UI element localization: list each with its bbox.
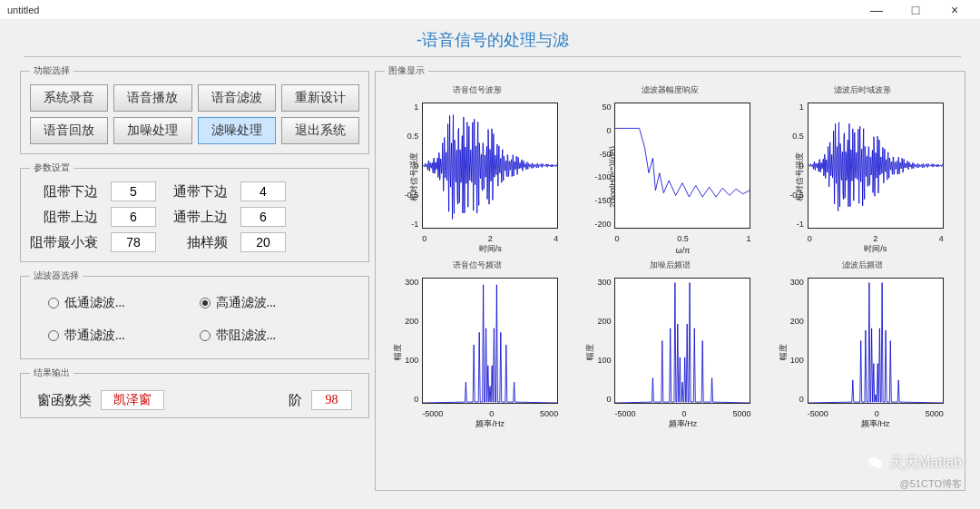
chart-title: 语音信号频谱 xyxy=(453,259,502,270)
window-func-field[interactable] xyxy=(101,390,164,410)
param-input[interactable] xyxy=(240,207,286,227)
radio-label: 带阻滤波... xyxy=(216,328,277,344)
chart-xlabel: ω/π xyxy=(614,246,750,255)
function-panel: 功能选择 系统录音语音播放语音滤波重新设计语音回放加噪处理滤噪处理退出系统 xyxy=(20,64,369,154)
page-title: -语音信号的处理与滤 xyxy=(24,29,961,57)
param-label: 阻带上边 xyxy=(30,209,98,226)
order-label: 阶 xyxy=(289,392,302,409)
chart-plot-area xyxy=(808,278,944,404)
chart-axes: 20log|H(eʲʷ)|(dB)500-50-100-150-20000.51… xyxy=(583,97,756,256)
chart-title: 滤波后时域波形 xyxy=(834,84,891,95)
order-field[interactable] xyxy=(311,390,352,410)
filter-radio-3[interactable]: 带阻滤波... xyxy=(200,328,342,344)
param-label: 阻带最小衰 xyxy=(30,234,98,251)
radio-label: 低通滤波... xyxy=(64,295,125,311)
chart-4: 加噪后频谱幅度3002001000-500005000频率/Hz xyxy=(577,259,762,431)
param-label: 抽样频 xyxy=(173,234,228,251)
chart-plot-area xyxy=(422,278,558,404)
chart-0: 语音信号波形相对信号强度10.50-0.5-1024时间/s xyxy=(385,84,570,256)
chart-xlabel: 频率/Hz xyxy=(614,418,750,430)
param-input[interactable] xyxy=(111,207,156,227)
param-label: 通带下边 xyxy=(173,183,228,201)
result-panel: 结果输出 窗函数类 阶 xyxy=(20,367,369,418)
chart-plot-area xyxy=(422,103,558,229)
param-input[interactable] xyxy=(240,232,286,252)
filter-panel: 滤波器选择 低通滤波...高通滤波...带通滤波...带阻滤波... xyxy=(20,269,369,359)
chart-yticks: 3002001000 xyxy=(777,278,806,404)
chart-xticks: -500005000 xyxy=(614,409,750,418)
chart-xlabel: 频率/Hz xyxy=(422,418,558,430)
func-button-0[interactable]: 系统录音 xyxy=(30,84,108,112)
param-panel: 参数设置 阻带下边通带下边阻带上边通带上边阻带最小衰抽样频 xyxy=(20,162,369,262)
filter-radio-2[interactable]: 带通滤波... xyxy=(48,328,191,344)
func-button-7[interactable]: 退出系统 xyxy=(281,117,359,144)
chart-yticks: 3002001000 xyxy=(391,278,420,404)
radio-label: 带通滤波... xyxy=(64,328,125,344)
param-input[interactable] xyxy=(240,181,286,201)
chart-title: 加噪后频谱 xyxy=(650,259,691,270)
chart-xticks: 024 xyxy=(808,234,944,243)
chart-xticks: 024 xyxy=(422,234,558,243)
chart-title: 语音信号波形 xyxy=(453,84,502,95)
radio-icon xyxy=(48,330,59,341)
function-panel-legend: 功能选择 xyxy=(30,64,74,77)
param-input[interactable] xyxy=(111,232,156,252)
param-label: 通带上边 xyxy=(173,209,228,226)
window-func-label: 窗函数类 xyxy=(37,392,92,409)
chart-axes: 幅度3002001000-500005000频率/Hz xyxy=(391,272,564,431)
chart-xlabel: 时间/s xyxy=(422,243,558,255)
window-titlebar: untitled — □ × xyxy=(0,0,980,20)
chart-yticks: 3002001000 xyxy=(583,278,612,404)
chart-1: 滤波器幅度响应20log|H(eʲʷ)|(dB)500-50-100-150-2… xyxy=(577,84,762,256)
chart-xticks: -500005000 xyxy=(422,409,558,418)
radio-label: 高通滤波... xyxy=(216,295,277,311)
param-input[interactable] xyxy=(111,181,156,201)
filter-radio-0[interactable]: 低通滤波... xyxy=(48,295,191,311)
close-icon[interactable]: × xyxy=(936,0,973,20)
chart-5: 滤波后频谱幅度3002001000-500005000频率/Hz xyxy=(770,259,956,431)
func-button-3[interactable]: 重新设计 xyxy=(281,84,359,112)
chart-plot-area xyxy=(808,103,944,229)
func-button-1[interactable]: 语音播放 xyxy=(113,84,191,112)
param-panel-legend: 参数设置 xyxy=(30,162,74,174)
chart-axes: 幅度3002001000-500005000频率/Hz xyxy=(777,272,949,431)
chart-title: 滤波器幅度响应 xyxy=(642,84,699,95)
chart-2: 滤波后时域波形相对信号强度10.50-0.5-1024时间/s xyxy=(770,84,956,256)
chart-plot-area xyxy=(614,103,750,229)
func-button-5[interactable]: 加噪处理 xyxy=(113,117,191,144)
window-controls: — □ × xyxy=(858,0,973,19)
chart-xticks: 00.51 xyxy=(614,234,750,243)
chart-axes: 相对信号强度10.50-0.5-1024时间/s xyxy=(391,97,564,256)
window-title: untitled xyxy=(7,0,39,19)
func-button-4[interactable]: 语音回放 xyxy=(30,117,108,144)
chart-yticks: 10.50-0.5-1 xyxy=(777,103,806,229)
chart-3: 语音信号频谱幅度3002001000-500005000频率/Hz xyxy=(385,259,570,431)
param-label: 阻带下边 xyxy=(30,183,98,201)
filter-radio-1[interactable]: 高通滤波... xyxy=(200,295,342,311)
func-button-2[interactable]: 语音滤波 xyxy=(198,84,276,112)
maximize-icon[interactable]: □ xyxy=(897,0,934,20)
chart-yticks: 10.50-0.5-1 xyxy=(391,103,420,229)
result-panel-legend: 结果输出 xyxy=(30,367,74,379)
func-button-6[interactable]: 滤噪处理 xyxy=(198,117,276,144)
chart-title: 滤波后频谱 xyxy=(842,259,883,270)
filter-panel-legend: 滤波器选择 xyxy=(30,269,83,282)
chart-plot-area xyxy=(614,278,750,404)
radio-icon xyxy=(200,330,211,341)
radio-icon xyxy=(48,298,59,308)
chart-xlabel: 频率/Hz xyxy=(808,418,944,430)
minimize-icon[interactable]: — xyxy=(858,0,895,20)
chart-xlabel: 时间/s xyxy=(808,243,944,255)
radio-icon xyxy=(200,298,211,308)
chart-yticks: 500-50-100-150-200 xyxy=(583,103,612,229)
chart-axes: 相对信号强度10.50-0.5-1024时间/s xyxy=(777,97,949,256)
chart-xticks: -500005000 xyxy=(808,409,944,418)
image-panel-legend: 图像显示 xyxy=(385,64,428,77)
chart-axes: 幅度3002001000-500005000频率/Hz xyxy=(583,272,756,431)
image-panel: 图像显示 语音信号波形相对信号强度10.50-0.5-1024时间/s滤波器幅度… xyxy=(375,64,965,491)
